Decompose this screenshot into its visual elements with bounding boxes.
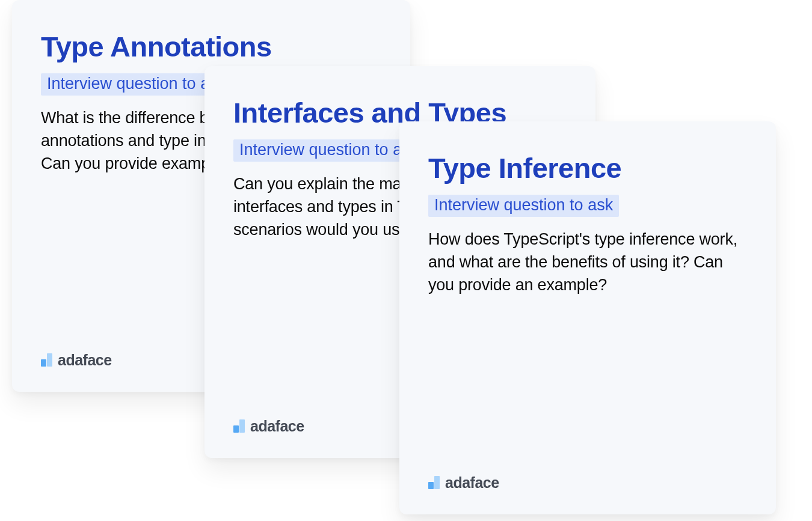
brand-text: adaface (250, 419, 304, 434)
card-title: Type Annotations (41, 31, 381, 62)
brand-text: adaface (58, 353, 112, 368)
interview-card-inference: Type Inference Interview question to ask… (399, 121, 776, 514)
adaface-icon (428, 476, 440, 489)
adaface-icon (233, 419, 245, 433)
card-tag: Interview question to ask (41, 73, 232, 96)
card-title: Type Inference (428, 153, 747, 184)
card-tag: Interview question to ask (428, 195, 619, 217)
adaface-icon (41, 353, 52, 367)
card-body: How does TypeScript's type inference wor… (428, 228, 747, 297)
card-tag: Interview question to ask (233, 139, 424, 162)
brand-logo: adaface (428, 475, 499, 489)
brand-logo: adaface (41, 353, 112, 367)
brand-logo: adaface (233, 419, 304, 433)
brand-text: adaface (445, 475, 499, 490)
